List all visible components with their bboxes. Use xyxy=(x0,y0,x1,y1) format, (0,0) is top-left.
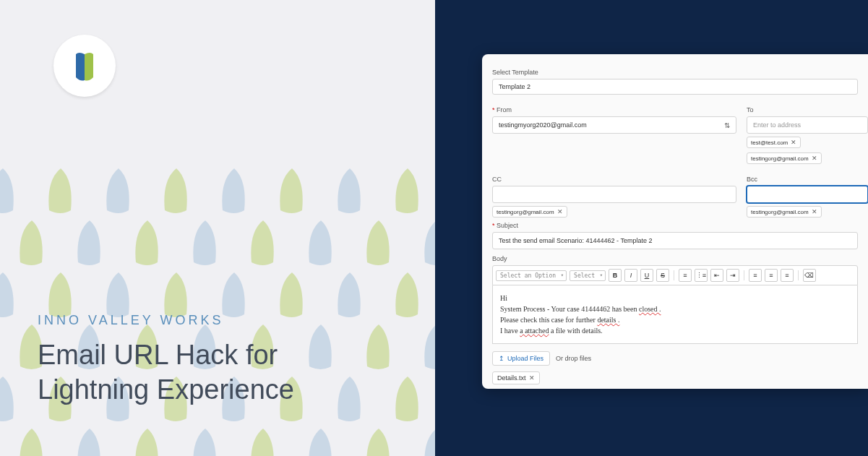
close-icon[interactable]: ✕ xyxy=(557,208,563,215)
right-panel: Select Template Template 2 From testingm… xyxy=(435,0,868,456)
list-number-icon[interactable]: ⋮≡ xyxy=(695,269,708,282)
align-left-icon[interactable]: ≡ xyxy=(749,269,762,282)
bcc-input[interactable] xyxy=(747,186,868,203)
body-label: Body xyxy=(492,255,868,262)
leaf-icon xyxy=(14,426,47,456)
email-chip[interactable]: testingorg@gmail.com✕ xyxy=(492,206,567,218)
leaf-icon xyxy=(419,322,435,372)
close-icon[interactable]: ✕ xyxy=(812,208,817,215)
email-chip[interactable]: testingorg@gmail.com✕ xyxy=(747,206,822,218)
leaf-icon xyxy=(332,165,365,216)
leaf-icon xyxy=(43,165,76,216)
leaf-icon xyxy=(130,426,163,456)
to-input[interactable]: Enter to address xyxy=(747,116,868,134)
outdent-icon[interactable]: ⇤ xyxy=(710,269,723,282)
body-editor[interactable]: Hi System Process - Your case 41444462 h… xyxy=(492,285,858,344)
leaf-icon xyxy=(14,218,47,268)
email-chip[interactable]: test@test.com✕ xyxy=(747,137,801,148)
align-right-icon[interactable]: ≡ xyxy=(781,269,794,282)
to-label: To xyxy=(747,106,868,113)
leaf-icon xyxy=(130,218,163,268)
cc-input[interactable] xyxy=(492,186,736,203)
email-compose-modal: Select Template Template 2 From testingm… xyxy=(482,54,868,389)
toolbar-select-option[interactable]: Select an Option xyxy=(496,270,567,281)
list-bullet-icon[interactable]: ≡ xyxy=(679,269,692,282)
template-label: Select Template xyxy=(492,69,868,76)
bcc-label: Bcc xyxy=(747,176,868,183)
editor-toolbar: Select an Option Select B I U S ≡ ⋮≡ ⇤ ⇥… xyxy=(492,265,858,285)
leaf-icon xyxy=(159,165,192,216)
strike-icon[interactable]: S xyxy=(656,269,669,282)
template-select[interactable]: Template 2 xyxy=(492,79,858,95)
leaf-icon xyxy=(0,374,18,424)
leaf-icon xyxy=(188,218,220,268)
leaf-icon xyxy=(72,218,105,268)
leaf-icon xyxy=(361,218,394,268)
upload-files-button[interactable]: ↥ Upload Files xyxy=(492,351,550,366)
leaf-icon xyxy=(275,165,307,216)
leaf-icon xyxy=(246,426,278,456)
leaf-icon xyxy=(101,165,134,216)
upload-hint: Or drop files xyxy=(556,355,591,362)
leaf-icon xyxy=(246,218,278,268)
leaf-icon xyxy=(390,165,423,216)
subject-input[interactable]: Test the send email Scenario: 41444462 -… xyxy=(492,232,858,249)
from-select[interactable]: testingmyorg2020@gmail.com xyxy=(492,116,736,134)
close-icon[interactable]: ✕ xyxy=(791,139,796,146)
close-icon[interactable]: ✕ xyxy=(529,374,535,382)
leaf-icon xyxy=(332,270,365,320)
clear-format-icon[interactable]: ⌫ xyxy=(803,269,816,282)
logo xyxy=(53,35,116,97)
leaf-icon xyxy=(390,374,423,424)
leaf-icon xyxy=(361,426,394,456)
left-panel: INNO VALLEY WORKS Email URL Hack for Lig… xyxy=(0,0,435,456)
headline: Email URL Hack for Lightning Experience xyxy=(38,338,294,407)
leaf-icon xyxy=(332,374,365,424)
leaf-icon xyxy=(217,165,249,216)
leaf-icon xyxy=(0,165,18,216)
leaf-icon xyxy=(419,426,435,456)
underline-icon[interactable]: U xyxy=(640,269,653,282)
align-center-icon[interactable]: ≡ xyxy=(765,269,778,282)
indent-icon[interactable]: ⇥ xyxy=(726,269,739,282)
close-icon[interactable]: ✕ xyxy=(812,155,817,162)
subject-label: Subject xyxy=(492,222,858,229)
from-label: From xyxy=(492,106,736,113)
leaf-icon xyxy=(419,218,435,268)
attached-file-chip[interactable]: Details.txt ✕ xyxy=(492,371,540,384)
leaf-icon xyxy=(188,426,220,456)
leaf-icon xyxy=(390,270,423,320)
toolbar-select-font[interactable]: Select xyxy=(570,270,606,281)
bold-icon[interactable]: B xyxy=(609,269,622,282)
leaf-icon xyxy=(304,218,336,268)
left-text-block: INNO VALLEY WORKS Email URL Hack for Lig… xyxy=(38,313,294,407)
leaf-icon xyxy=(0,270,18,320)
cc-label: CC xyxy=(492,176,736,183)
eyebrow-text: INNO VALLEY WORKS xyxy=(38,313,294,328)
upload-icon: ↥ xyxy=(499,355,504,362)
italic-icon[interactable]: I xyxy=(624,269,637,282)
leaf-icon xyxy=(361,322,394,372)
email-chip[interactable]: testingorg@gmail.com✕ xyxy=(747,152,822,164)
leaf-icon xyxy=(304,322,336,372)
leaf-icon xyxy=(72,426,105,456)
leaf-icon xyxy=(304,426,336,456)
